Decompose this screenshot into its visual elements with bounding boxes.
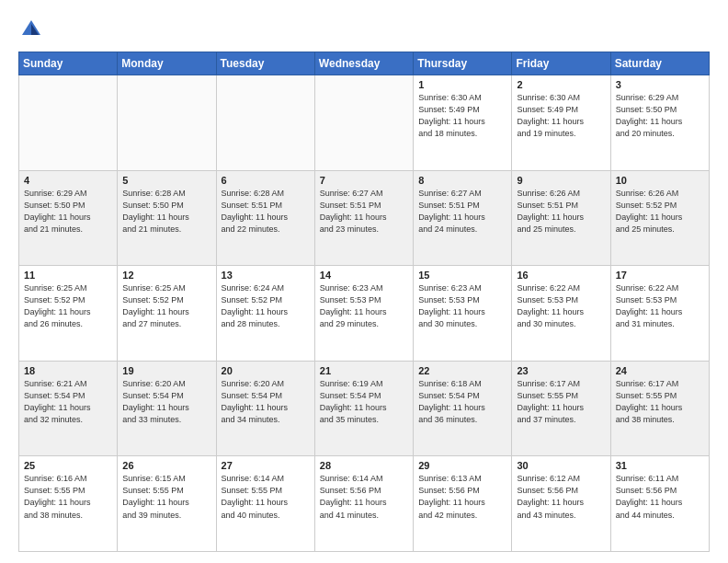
day-number: 2: [517, 79, 605, 90]
day-number: 13: [222, 270, 310, 281]
day-number: 1: [418, 79, 506, 90]
col-header-wednesday: Wednesday: [314, 52, 413, 75]
col-header-sunday: Sunday: [19, 52, 118, 75]
day-number: 8: [418, 175, 506, 186]
day-info: Sunrise: 6:27 AM Sunset: 5:51 PM Dayligh…: [418, 188, 506, 236]
day-info: Sunrise: 6:29 AM Sunset: 5:50 PM Dayligh…: [24, 188, 112, 236]
day-cell: 23Sunrise: 6:17 AM Sunset: 5:55 PM Dayli…: [512, 361, 610, 456]
day-info: Sunrise: 6:19 AM Sunset: 5:54 PM Dayligh…: [320, 378, 408, 426]
day-info: Sunrise: 6:17 AM Sunset: 5:55 PM Dayligh…: [616, 378, 704, 426]
col-header-saturday: Saturday: [610, 52, 709, 75]
day-cell: [216, 75, 314, 171]
day-number: 31: [616, 460, 704, 471]
day-info: Sunrise: 6:29 AM Sunset: 5:50 PM Dayligh…: [616, 92, 704, 140]
col-header-friday: Friday: [512, 52, 610, 75]
day-cell: 5Sunrise: 6:28 AM Sunset: 5:50 PM Daylig…: [118, 170, 216, 266]
day-number: 10: [616, 175, 704, 186]
day-info: Sunrise: 6:22 AM Sunset: 5:53 PM Dayligh…: [517, 282, 605, 330]
day-cell: 29Sunrise: 6:13 AM Sunset: 5:56 PM Dayli…: [414, 456, 512, 552]
day-number: 4: [24, 175, 112, 186]
day-info: Sunrise: 6:21 AM Sunset: 5:54 PM Dayligh…: [24, 378, 112, 426]
page: SundayMondayTuesdayWednesdayThursdayFrid…: [0, 0, 728, 563]
day-number: 21: [320, 365, 408, 376]
day-info: Sunrise: 6:25 AM Sunset: 5:52 PM Dayligh…: [122, 282, 210, 330]
day-cell: 4Sunrise: 6:29 AM Sunset: 5:50 PM Daylig…: [19, 170, 118, 266]
day-cell: 10Sunrise: 6:26 AM Sunset: 5:52 PM Dayli…: [610, 170, 709, 266]
day-info: Sunrise: 6:17 AM Sunset: 5:55 PM Dayligh…: [517, 378, 605, 426]
week-row-3: 11Sunrise: 6:25 AM Sunset: 5:52 PM Dayli…: [19, 266, 710, 362]
day-number: 11: [24, 270, 112, 281]
day-info: Sunrise: 6:30 AM Sunset: 5:49 PM Dayligh…: [418, 92, 506, 140]
day-info: Sunrise: 6:16 AM Sunset: 5:55 PM Dayligh…: [24, 473, 112, 521]
day-cell: 21Sunrise: 6:19 AM Sunset: 5:54 PM Dayli…: [314, 361, 413, 456]
header: [18, 17, 710, 42]
calendar-header-row: SundayMondayTuesdayWednesdayThursdayFrid…: [19, 52, 710, 75]
day-cell: 26Sunrise: 6:15 AM Sunset: 5:55 PM Dayli…: [118, 456, 216, 552]
logo-icon: [18, 17, 44, 42]
day-info: Sunrise: 6:28 AM Sunset: 5:50 PM Dayligh…: [122, 188, 210, 236]
day-info: Sunrise: 6:26 AM Sunset: 5:52 PM Dayligh…: [616, 188, 704, 236]
day-cell: 13Sunrise: 6:24 AM Sunset: 5:52 PM Dayli…: [216, 266, 314, 362]
day-info: Sunrise: 6:24 AM Sunset: 5:52 PM Dayligh…: [222, 282, 310, 330]
day-info: Sunrise: 6:27 AM Sunset: 5:51 PM Dayligh…: [320, 188, 408, 236]
day-cell: 18Sunrise: 6:21 AM Sunset: 5:54 PM Dayli…: [19, 361, 118, 456]
day-cell: 16Sunrise: 6:22 AM Sunset: 5:53 PM Dayli…: [512, 266, 610, 362]
day-cell: 25Sunrise: 6:16 AM Sunset: 5:55 PM Dayli…: [19, 456, 118, 552]
day-info: Sunrise: 6:30 AM Sunset: 5:49 PM Dayligh…: [517, 92, 605, 140]
day-info: Sunrise: 6:13 AM Sunset: 5:56 PM Dayligh…: [418, 473, 506, 521]
day-info: Sunrise: 6:12 AM Sunset: 5:56 PM Dayligh…: [517, 473, 605, 521]
day-number: 29: [418, 460, 506, 471]
day-number: 3: [616, 79, 704, 90]
day-info: Sunrise: 6:23 AM Sunset: 5:53 PM Dayligh…: [418, 282, 506, 330]
day-number: 15: [418, 270, 506, 281]
day-info: Sunrise: 6:14 AM Sunset: 5:55 PM Dayligh…: [222, 473, 310, 521]
day-number: 12: [122, 270, 210, 281]
day-info: Sunrise: 6:23 AM Sunset: 5:53 PM Dayligh…: [320, 282, 408, 330]
day-cell: 19Sunrise: 6:20 AM Sunset: 5:54 PM Dayli…: [118, 361, 216, 456]
day-info: Sunrise: 6:28 AM Sunset: 5:51 PM Dayligh…: [222, 188, 310, 236]
col-header-tuesday: Tuesday: [216, 52, 314, 75]
day-cell: 14Sunrise: 6:23 AM Sunset: 5:53 PM Dayli…: [314, 266, 413, 362]
week-row-2: 4Sunrise: 6:29 AM Sunset: 5:50 PM Daylig…: [19, 170, 710, 266]
day-cell: 3Sunrise: 6:29 AM Sunset: 5:50 PM Daylig…: [610, 75, 709, 171]
day-number: 7: [320, 175, 408, 186]
day-info: Sunrise: 6:11 AM Sunset: 5:56 PM Dayligh…: [616, 473, 704, 521]
day-cell: [19, 75, 118, 171]
day-cell: 22Sunrise: 6:18 AM Sunset: 5:54 PM Dayli…: [414, 361, 512, 456]
day-number: 16: [517, 270, 605, 281]
day-number: 24: [616, 365, 704, 376]
week-row-5: 25Sunrise: 6:16 AM Sunset: 5:55 PM Dayli…: [19, 456, 710, 552]
day-cell: 27Sunrise: 6:14 AM Sunset: 5:55 PM Dayli…: [216, 456, 314, 552]
day-cell: 28Sunrise: 6:14 AM Sunset: 5:56 PM Dayli…: [314, 456, 413, 552]
day-number: 23: [517, 365, 605, 376]
day-cell: 30Sunrise: 6:12 AM Sunset: 5:56 PM Dayli…: [512, 456, 610, 552]
day-number: 14: [320, 270, 408, 281]
day-cell: 6Sunrise: 6:28 AM Sunset: 5:51 PM Daylig…: [216, 170, 314, 266]
day-cell: 8Sunrise: 6:27 AM Sunset: 5:51 PM Daylig…: [414, 170, 512, 266]
day-number: 28: [320, 460, 408, 471]
day-cell: [118, 75, 216, 171]
col-header-monday: Monday: [118, 52, 216, 75]
logo: [18, 17, 48, 42]
day-info: Sunrise: 6:15 AM Sunset: 5:55 PM Dayligh…: [122, 473, 210, 521]
day-cell: 2Sunrise: 6:30 AM Sunset: 5:49 PM Daylig…: [512, 75, 610, 171]
day-number: 20: [222, 365, 310, 376]
day-info: Sunrise: 6:22 AM Sunset: 5:53 PM Dayligh…: [616, 282, 704, 330]
day-cell: 1Sunrise: 6:30 AM Sunset: 5:49 PM Daylig…: [414, 75, 512, 171]
day-number: 19: [122, 365, 210, 376]
day-cell: 20Sunrise: 6:20 AM Sunset: 5:54 PM Dayli…: [216, 361, 314, 456]
day-number: 5: [122, 175, 210, 186]
day-cell: 12Sunrise: 6:25 AM Sunset: 5:52 PM Dayli…: [118, 266, 216, 362]
day-number: 17: [616, 270, 704, 281]
week-row-1: 1Sunrise: 6:30 AM Sunset: 5:49 PM Daylig…: [19, 75, 710, 171]
day-cell: 15Sunrise: 6:23 AM Sunset: 5:53 PM Dayli…: [414, 266, 512, 362]
day-cell: 31Sunrise: 6:11 AM Sunset: 5:56 PM Dayli…: [610, 456, 709, 552]
day-info: Sunrise: 6:26 AM Sunset: 5:51 PM Dayligh…: [517, 188, 605, 236]
day-number: 27: [222, 460, 310, 471]
day-number: 9: [517, 175, 605, 186]
col-header-thursday: Thursday: [414, 52, 512, 75]
day-cell: 7Sunrise: 6:27 AM Sunset: 5:51 PM Daylig…: [314, 170, 413, 266]
day-number: 18: [24, 365, 112, 376]
day-info: Sunrise: 6:25 AM Sunset: 5:52 PM Dayligh…: [24, 282, 112, 330]
day-cell: 24Sunrise: 6:17 AM Sunset: 5:55 PM Dayli…: [610, 361, 709, 456]
